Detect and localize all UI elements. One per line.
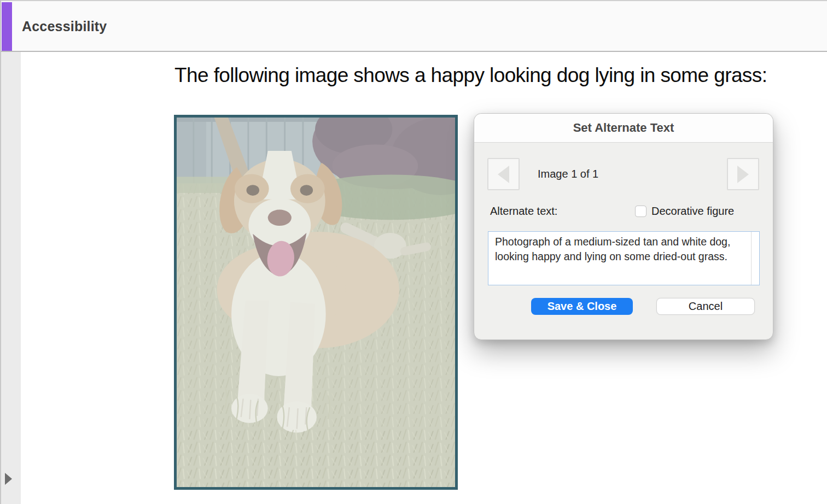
alternate-text-label: Alternate text:: [490, 205, 557, 218]
next-image-button[interactable]: [727, 158, 759, 190]
alt-text-input-wrap: Photograph of a medium-sized tan and whi…: [488, 231, 760, 285]
save-and-close-button[interactable]: Save & Close: [531, 298, 633, 315]
cancel-button[interactable]: Cancel: [656, 298, 755, 315]
image-counter: Image 1 of 1: [538, 158, 598, 190]
set-alternate-text-dialog: Set Alternate Text Image 1 of 1 Alternat…: [474, 113, 773, 340]
alt-text-input[interactable]: Photograph of a medium-sized tan and whi…: [488, 232, 752, 284]
expand-panel-button[interactable]: [5, 472, 18, 485]
document-heading: The following image shows a happy lookin…: [174, 64, 767, 87]
dialog-title: Set Alternate Text: [573, 121, 674, 135]
alt-text-scrollbar[interactable]: [751, 232, 759, 285]
previous-arrow-icon: [498, 166, 509, 183]
dog-photo-illustration: [177, 118, 455, 487]
decorative-figure-checkbox[interactable]: [635, 206, 647, 217]
expand-panel-icon: [5, 473, 12, 485]
decorative-figure-label: Decorative figure: [651, 205, 734, 218]
dialog-titlebar[interactable]: Set Alternate Text: [474, 114, 773, 143]
purple-accent-bar: [2, 2, 12, 51]
previous-image-button[interactable]: [487, 158, 520, 190]
next-arrow-icon: [737, 166, 749, 183]
page-title: Accessibility: [22, 18, 107, 34]
accessibility-panel-header: Accessibility: [1, 0, 827, 52]
collapsed-sidebar: [1, 52, 21, 504]
document-image[interactable]: [174, 115, 458, 490]
app-window: Accessibility The following image shows …: [0, 0, 827, 504]
